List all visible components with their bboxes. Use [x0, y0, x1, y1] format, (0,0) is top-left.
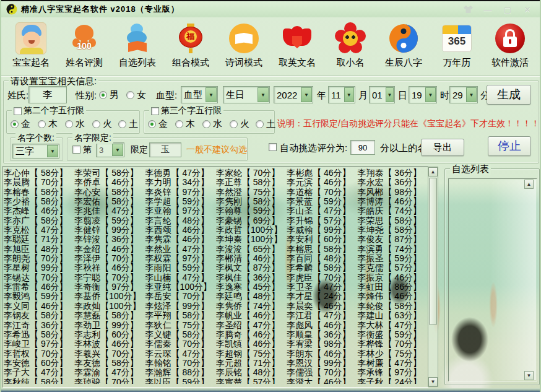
name-item[interactable]: 李道榕【 70分】: [287, 188, 357, 197]
stop-button[interactable]: 停止: [488, 136, 531, 156]
name-item[interactable]: 李言纶【 48分】: [145, 216, 216, 225]
name-item[interactable]: 李杰峰【 46分】: [4, 206, 74, 216]
name-item[interactable]: 李恩汉【 99分】: [287, 359, 357, 368]
year-dropdown[interactable]: 2022: [274, 86, 313, 103]
name-item[interactable]: 李西颂【 46分】: [145, 225, 216, 235]
name-item[interactable]: 李翔泰【 36分】: [357, 168, 427, 178]
name-item[interactable]: 李廷鸣【 48分】: [216, 292, 287, 301]
scrollbar-thumb[interactable]: [429, 178, 437, 325]
name-item[interactable]: 李林少【 75分】: [357, 349, 427, 359]
name-item[interactable]: 李宸楚【 57分】: [216, 378, 287, 384]
name-item[interactable]: 李星树【 99分】: [4, 263, 74, 272]
month-dropdown[interactable]: 11: [328, 86, 355, 103]
minute-dropdown[interactable]: 29: [449, 86, 478, 103]
name-item[interactable]: 李山圣【 47分】: [287, 206, 357, 216]
name-item[interactable]: 李朗东【 46分】: [287, 349, 357, 359]
chevron-down-icon[interactable]: [344, 87, 354, 102]
chevron-down-icon[interactable]: [466, 87, 477, 102]
toolbar-item-english-name[interactable]: 取英文名: [271, 19, 323, 76]
name-item[interactable]: 李劲卫【 99分】: [74, 321, 145, 330]
name-item[interactable]: 李风郴【 98分】: [357, 188, 427, 197]
name-item[interactable]: 李建山【 63分】: [357, 311, 427, 320]
name-item[interactable]: 李亦广【 58分】: [4, 216, 74, 225]
day-dropdown[interactable]: 01: [369, 86, 395, 103]
name-item[interactable]: 李虹田【 86分】: [357, 282, 427, 292]
name-item[interactable]: 李江奇【 36分】: [4, 321, 74, 330]
name-item[interactable]: 李顺皇【 36分】: [287, 330, 357, 339]
wuxing-third-checkbox[interactable]: [151, 107, 159, 115]
toolbar-item-combo-mode[interactable]: 福 组合模式: [165, 19, 217, 76]
name-item[interactable]: 李义键【 58分】: [145, 330, 216, 339]
name-item[interactable]: 李德勇【 47分】: [145, 168, 216, 178]
name-item[interactable]: 李炫泽【 99分】: [145, 302, 216, 311]
name-item[interactable]: 李百同【 48分】: [287, 254, 357, 263]
name-item[interactable]: 李平翔【 58分】: [145, 311, 216, 320]
radio-metal[interactable]: 金: [11, 118, 30, 130]
gender-male-radio[interactable]: 男: [99, 89, 119, 101]
name-item[interactable]: 李元滨【 46分】: [287, 178, 357, 187]
name-item[interactable]: 李克儒【 57分】: [357, 263, 427, 272]
name-item[interactable]: 李力明【 34分】: [145, 178, 216, 187]
custom-list-scrollbar[interactable]: [524, 180, 535, 380]
name-item[interactable]: 李升锦【 57分】: [287, 216, 357, 225]
name-item[interactable]: 李狄仁【 75分】: [145, 321, 216, 330]
name-item[interactable]: 李隽侨【 74分】: [216, 302, 287, 311]
name-item[interactable]: 李锡达【 70分】: [4, 273, 74, 282]
minimize-button[interactable]: —: [480, 4, 495, 15]
radio-wood[interactable]: 木: [38, 118, 58, 130]
name-item[interactable]: 李心安【 58分】: [74, 188, 145, 197]
name-item[interactable]: 李健锌【 99分】: [74, 225, 145, 235]
name-item[interactable]: 李希麟【 58分】: [287, 263, 357, 272]
name-item[interactable]: 李少裕【 58分】: [4, 197, 74, 206]
limit-position-dropdown[interactable]: 3: [96, 142, 124, 157]
name-item[interactable]: 李哲权【 70分】: [4, 349, 74, 359]
name-item[interactable]: 李以臣【 59分】: [145, 378, 216, 384]
name-item[interactable]: 李翰铭【 70分】: [145, 359, 216, 368]
name-item[interactable]: 李永宏【 36分】: [357, 178, 427, 187]
toolbar-item-poetry-mode[interactable]: 诗词模式: [218, 19, 270, 76]
toolbar-item-calendar[interactable]: 365 万年历: [431, 19, 483, 76]
export-button[interactable]: 导出: [421, 139, 464, 156]
name-item[interactable]: 李秋纯【 58分】: [4, 378, 74, 384]
close-button[interactable]: ✕: [520, 4, 535, 15]
name-item[interactable]: 李心仲【 58分】: [4, 168, 74, 178]
name-item[interactable]: 李钢友【 58分】: [4, 311, 74, 320]
name-item[interactable]: 李荣思【 58分】: [357, 216, 427, 225]
name-item[interactable]: 李锌浚【 36分】: [74, 235, 145, 244]
name-item[interactable]: 李宥梁【 98分】: [287, 339, 357, 349]
name-item[interactable]: 李家纶【 70分】: [216, 168, 287, 178]
chevron-down-icon[interactable]: [112, 144, 123, 156]
name-item[interactable]: 李彪风【 46分】: [287, 321, 357, 330]
toolbar-item-custom-list[interactable]: 自选列表: [111, 19, 163, 76]
name-item[interactable]: 李逸寒【 45分】: [216, 282, 287, 292]
name-item[interactable]: 李承锋【 97分】: [357, 368, 427, 377]
name-item[interactable]: 李金绍【 46分】: [74, 245, 145, 254]
chevron-down-icon[interactable]: [425, 87, 436, 102]
toolbar-item-baby-naming[interactable]: 宝宝起名: [5, 19, 57, 76]
name-item[interactable]: 李侨卓【 46分】: [74, 178, 145, 187]
name-item[interactable]: 李帆业【 46分】: [216, 311, 287, 320]
name-item[interactable]: 李振京【 46分】: [357, 273, 427, 282]
name-item[interactable]: 李大林【 47分】: [357, 321, 427, 330]
name-item[interactable]: 李霖渝【 47分】: [74, 368, 145, 377]
toolbar-item-name-rating[interactable]: 100 姓名评测: [58, 19, 110, 76]
name-item[interactable]: 李腾奇【 46分】: [216, 330, 287, 339]
titlebar[interactable]: 精准八字宝宝起名软件 v2018（专业版） — ▢ ✕: [1, 1, 540, 17]
name-item[interactable]: 李亚翰【 97分】: [145, 206, 216, 216]
name-item[interactable]: 李子秋【 24分】: [357, 378, 427, 384]
blood-type-dropdown[interactable]: 血型: [181, 86, 218, 103]
birthday-type-dropdown[interactable]: 生日: [223, 86, 270, 103]
name-item[interactable]: 李安利【 60分】: [287, 235, 357, 244]
name-item[interactable]: 李榕思【 58分】: [287, 245, 357, 254]
radio-metal[interactable]: 金: [148, 118, 168, 130]
skin-button[interactable]: [461, 4, 475, 15]
chevron-down-icon[interactable]: [258, 87, 269, 102]
name-item[interactable]: 李儒强【 70分】: [287, 368, 357, 377]
name-item[interactable]: 李义同【 46分】: [4, 302, 74, 311]
name-item[interactable]: 李晨奕【 46分】: [287, 302, 357, 311]
name-item[interactable]: 李希迅【 58分】: [4, 330, 74, 339]
name-item[interactable]: 李雷希【 46分】: [4, 282, 74, 292]
name-item[interactable]: 李友德【 58分】: [74, 359, 145, 368]
name-item[interactable]: 李浚浚【 65分】: [216, 245, 287, 254]
name-item[interactable]: 李正尊【 58分】: [216, 178, 287, 187]
